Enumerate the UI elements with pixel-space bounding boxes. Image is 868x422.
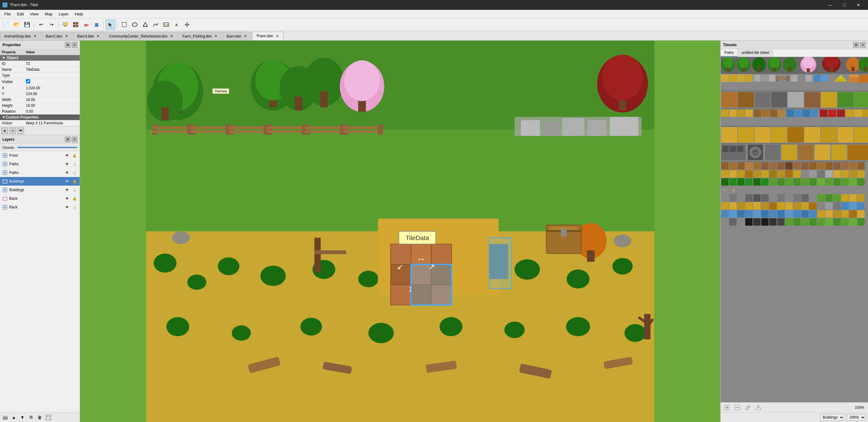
edit-tileset-btn[interactable] [744, 403, 752, 412]
prop-value-type[interactable] [24, 73, 80, 79]
tileset-content[interactable]: 2Af [721, 57, 868, 402]
polyline-tool[interactable] [151, 20, 161, 30]
tab-barn2[interactable]: Barn2.tbin ✕ [41, 32, 73, 40]
prop-value-id[interactable]: 73 [24, 61, 80, 67]
layers-close-btn[interactable]: ✕ [72, 137, 77, 142]
map-viewport[interactable]: ↔ ↕ ↙ ↗ TileData [80, 41, 720, 422]
move-tool[interactable] [182, 20, 192, 30]
layer-vis-back-tile[interactable]: 👁 [64, 204, 70, 210]
layer-vis-back-obj[interactable]: 👁 [64, 196, 70, 201]
prop-value-y[interactable]: 224.00 [24, 91, 80, 97]
opacity-slider[interactable] [17, 147, 77, 148]
layer-vis-buildings-obj[interactable]: 👁 [64, 179, 70, 184]
text-tool[interactable]: A [172, 20, 182, 30]
save-button[interactable]: 💾 [22, 20, 32, 30]
prop-value-height[interactable]: 16.00 [24, 103, 80, 109]
prop-value-action[interactable]: Warp 3 11 FarmHouse [24, 120, 80, 126]
tab-barn3-close[interactable]: ✕ [96, 34, 100, 38]
minimize-button[interactable]: — [823, 0, 837, 10]
visible-checkbox[interactable] [26, 79, 30, 83]
polygon-tool[interactable] [140, 20, 150, 30]
tab-community[interactable]: CommunityCenter_Refurbished.tbin ✕ [105, 32, 178, 40]
tileset-float-btn[interactable]: ⊞ [853, 42, 859, 48]
object-section-header[interactable]: ▼Object [0, 55, 80, 61]
layer-vis-paths1[interactable]: 👁 [64, 161, 70, 167]
tab-animalshop[interactable]: AnimalShop.tbin ✕ [0, 32, 41, 40]
tileset-tab-untitled[interactable]: untitled tile sheet [738, 49, 773, 57]
menu-help[interactable]: Help [72, 10, 86, 18]
close-button[interactable]: ✕ [851, 0, 866, 10]
layer-vis-front[interactable]: 👁 [64, 153, 70, 158]
tileset-export-btn[interactable] [754, 403, 763, 412]
rect-select-tool[interactable] [119, 20, 129, 30]
layer-lock-buildings-tile[interactable]: 🔒 [72, 187, 77, 193]
open-button[interactable]: 📂 [12, 20, 22, 30]
tab-farm-close[interactable]: ✕ [275, 34, 279, 38]
map-area[interactable]: ↔ ↕ ↙ ↗ TileData [80, 41, 720, 422]
layer-item-front[interactable]: Front 👁 🔒 [0, 151, 80, 160]
image-tool[interactable] [161, 20, 171, 30]
zoom-select[interactable]: 200% [847, 414, 866, 421]
properties-close-btn[interactable]: ✕ [72, 42, 77, 48]
layer-item-paths2[interactable]: Paths 👁 🔒 [0, 169, 80, 177]
layer-item-buildings-tile[interactable]: Buildings 👁 🔒 [0, 186, 80, 194]
menu-file[interactable]: File [1, 10, 14, 18]
tab-barn[interactable]: Barn.tbin ✕ [223, 32, 252, 40]
tileset-tab-paths[interactable]: Paths [721, 49, 738, 57]
menu-map[interactable]: Map [41, 10, 55, 18]
undo-button[interactable]: ↩ [36, 20, 46, 30]
layer-lock-front[interactable]: 🔒 [72, 153, 77, 158]
menu-view[interactable]: View [27, 10, 41, 18]
tab-barn2-close[interactable]: ✕ [64, 34, 69, 38]
add-property-btn[interactable]: + [1, 127, 8, 134]
prop-value-width[interactable]: 16.00 [24, 97, 80, 103]
tab-community-close[interactable]: ✕ [169, 34, 174, 38]
ellipse-tool[interactable] [130, 20, 140, 30]
eraser-tool[interactable] [81, 20, 91, 30]
layer-lock-paths1[interactable]: 🔒 [72, 161, 77, 167]
map-canvas[interactable]: ↔ ↕ ↙ ↗ TileData [80, 41, 720, 422]
select-tool[interactable] [105, 20, 115, 30]
layer-item-back-obj[interactable]: Back 👁 🔒 [0, 194, 80, 203]
tab-barn-close[interactable]: ✕ [243, 34, 248, 38]
tab-barn3[interactable]: Barn3.tbin ✕ [73, 32, 104, 40]
tab-farmfishing[interactable]: Farm_Fishing.tbin ✕ [179, 32, 222, 40]
custom-section-header[interactable]: ▼Custom Properties [0, 115, 80, 120]
layer-lock-paths2[interactable]: 🔒 [72, 170, 77, 176]
remove-tileset-btn[interactable] [734, 403, 742, 412]
remove-layer-btn[interactable]: 🗑 [36, 413, 44, 421]
terrain-tool[interactable] [71, 20, 81, 30]
current-layer-select[interactable]: Buildings [820, 414, 844, 421]
new-button[interactable]: 📄 [1, 20, 11, 30]
prop-value-x[interactable]: 1,024.00 [24, 85, 80, 91]
add-layer-btn[interactable]: + [1, 413, 9, 421]
tileset-close-btn[interactable]: ✕ [860, 42, 866, 48]
move-layer-down-btn[interactable]: ▼ [19, 413, 27, 421]
layers-float-btn[interactable]: ⊞ [65, 137, 70, 142]
move-layer-up-btn[interactable]: ▲ [10, 413, 18, 421]
layer-item-buildings-obj[interactable]: Buildings 👁 🔒 [0, 177, 80, 186]
layer-item-paths1[interactable]: Paths 👁 🔒 [0, 160, 80, 169]
add-tileset-btn[interactable] [723, 403, 731, 412]
tab-farmfishing-close[interactable]: ✕ [214, 34, 218, 38]
edit-property-btn[interactable]: ✏ [17, 127, 24, 134]
menu-edit[interactable]: Edit [14, 10, 27, 18]
layer-lock-back-tile[interactable]: 🔒 [72, 204, 77, 210]
tab-animalshop-close[interactable]: ✕ [33, 34, 37, 38]
layer-item-back-tile[interactable]: Back 👁 🔒 [0, 203, 80, 211]
tab-farm[interactable]: *Farm.tbin ✕ [252, 32, 283, 40]
layer-lock-buildings-obj[interactable]: 🔒 [72, 179, 77, 184]
layer-lock-back-obj[interactable]: 🔒 [72, 196, 77, 201]
properties-float-btn[interactable]: ⊞ [65, 42, 70, 48]
remove-property-btn[interactable]: − [9, 127, 16, 134]
prop-value-rotation[interactable]: 0.00 [24, 109, 80, 115]
layer-vis-buildings-tile[interactable]: 👁 [64, 187, 70, 193]
fill-tool[interactable] [92, 20, 101, 30]
duplicate-layer-btn[interactable]: ⧉ [27, 413, 35, 421]
stamp-tool[interactable] [60, 20, 70, 30]
group-layer-btn[interactable] [44, 413, 52, 421]
menu-layer[interactable]: Layer [56, 10, 72, 18]
maximize-button[interactable]: □ [837, 0, 851, 10]
tileset-svg[interactable]: 2Af [721, 57, 868, 229]
prop-value-name[interactable]: TileData [24, 67, 80, 73]
